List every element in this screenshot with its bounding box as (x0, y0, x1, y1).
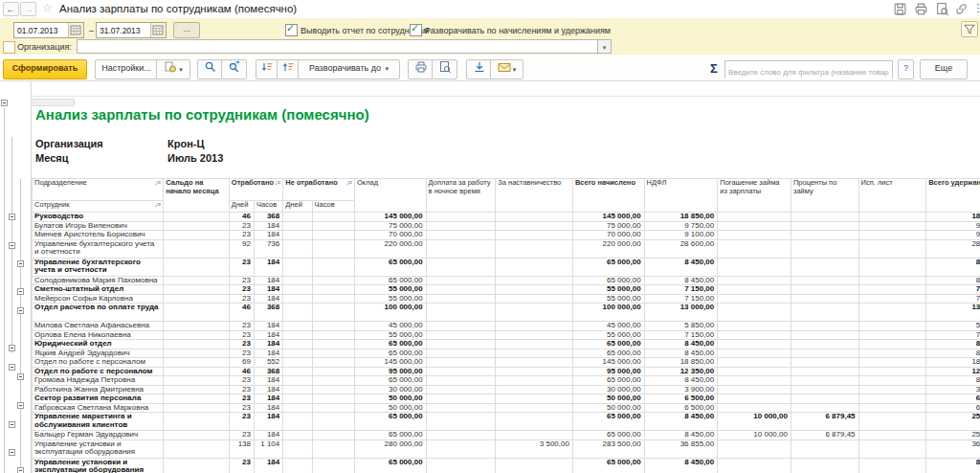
header-mentoring[interactable]: За наставничество (496, 179, 573, 213)
employee-row: Бальцер Герман Эдуардович2318465 000,006… (33, 431, 980, 440)
group-collapse-toggle[interactable] (17, 402, 24, 409)
group-collapse-toggle[interactable] (9, 421, 15, 428)
group-collapse-toggle[interactable] (17, 288, 24, 295)
header-writ[interactable]: Исп. лист (858, 179, 926, 213)
cell-proc (791, 294, 858, 304)
find-next-button[interactable] (221, 59, 247, 79)
header-not-worked-hours[interactable]: Часов (312, 201, 354, 213)
header-total-accrued[interactable]: Всего начислено (572, 179, 644, 213)
more-button[interactable]: Еще (920, 59, 968, 79)
collapse-groups-button[interactable] (256, 59, 278, 79)
more-actions-button[interactable]: ⋮ (969, 2, 980, 16)
get-link-button[interactable] (952, 2, 969, 16)
date-range-separator: – (89, 26, 94, 35)
expand-by-accruals-checkbox[interactable] (410, 24, 422, 36)
show-by-employees-checkbox[interactable] (285, 24, 298, 36)
cell-saldo (164, 294, 230, 304)
header-loan-interest[interactable]: Проценты по займу (791, 179, 858, 213)
organization-combobox[interactable] (77, 39, 598, 54)
cell-saldo (164, 213, 230, 222)
header-employee[interactable]: ↓≡ Сотрудник (33, 201, 164, 213)
cell-dop (426, 294, 496, 304)
report-variant-icon (164, 60, 177, 79)
header-worked[interactable]: ↓≡ Отработано (229, 179, 282, 201)
group-collapse-toggle[interactable] (1, 100, 8, 106)
chevron-down-icon: ▾ (603, 44, 607, 51)
header-salary[interactable]: Оклад (354, 179, 426, 213)
group-collapse-toggle[interactable] (9, 242, 15, 249)
cell-saldo (164, 367, 230, 376)
organization-dropdown-button[interactable]: ▾ (598, 39, 612, 54)
group-collapse-toggle[interactable] (17, 467, 24, 473)
date-from-field[interactable] (13, 22, 84, 38)
save-report-button[interactable] (466, 59, 492, 79)
filter-settings-button[interactable] (961, 21, 978, 37)
calendar-icon[interactable] (68, 23, 83, 37)
cell-pog: 10 000,00 (718, 413, 791, 431)
cell-od: 46 (229, 304, 254, 322)
group-collapse-toggle[interactable] (9, 449, 15, 456)
header-total-withheld[interactable]: Всего удержано (926, 179, 980, 213)
cell-oklad: 65 000,00 (354, 431, 426, 440)
cell-saldo (164, 358, 230, 368)
organization-checkbox[interactable] (3, 41, 15, 54)
cell-nd (283, 349, 312, 358)
find-button[interactable] (197, 59, 223, 79)
cell-isp (858, 322, 926, 331)
settings-button[interactable]: Настройки... (95, 59, 158, 79)
cell-ud: 8 450,00 (926, 340, 980, 349)
group-collapse-toggle[interactable] (17, 307, 24, 314)
cell-proc (791, 358, 858, 368)
cell-nach: 145 000,00 (572, 358, 644, 368)
cell-nach: 65 000,00 (572, 413, 644, 431)
save-button[interactable] (891, 2, 908, 16)
expand-to-button[interactable]: Разворачивать до ▾ (298, 59, 400, 79)
header-worked-days[interactable]: Дней (229, 201, 254, 213)
cell-saldo (164, 322, 230, 331)
header-loan-repayment[interactable]: Погашение займа из зарплаты (718, 179, 791, 213)
favorite-star-icon[interactable]: ☆ (42, 1, 53, 14)
cell-ud: 18 850,00 (926, 358, 980, 368)
header-night-bonus[interactable]: Доплата за работу в ночное время (426, 179, 496, 213)
header-not-worked[interactable]: ↓≡ Не отработано (283, 179, 355, 201)
org-label: Организация (35, 138, 103, 149)
print-preview-button[interactable] (933, 2, 950, 16)
report-variants-button[interactable]: ▾ (156, 59, 190, 79)
cell-proc (791, 458, 858, 473)
cell-ndfl: 28 600,00 (644, 239, 718, 258)
header-saldo[interactable]: Сальдо на начало месяца (164, 179, 230, 213)
group-collapse-toggle[interactable] (9, 214, 15, 220)
group-collapse-toggle[interactable] (9, 345, 15, 351)
group-collapse-toggle[interactable] (9, 364, 15, 371)
cell-dop (426, 358, 496, 368)
date-to-field[interactable] (96, 22, 167, 38)
send-mail-button[interactable]: ▾ (490, 59, 523, 79)
forward-button[interactable]: → (20, 2, 36, 16)
header-worked-hours[interactable]: Часов (255, 201, 283, 213)
group-collapse-toggle[interactable] (17, 260, 24, 267)
date-variants-button[interactable]: ... (173, 22, 200, 38)
group-row: Отдел по работе с персоналом4636895 000,… (33, 367, 980, 376)
header-ndfl[interactable]: НДФЛ (644, 179, 718, 213)
cell-oklad: 70 000,00 (354, 231, 426, 240)
header-not-worked-days[interactable]: Дней (283, 201, 312, 213)
print-button[interactable] (912, 2, 929, 16)
date-from-input[interactable] (14, 23, 69, 37)
cell-saldo (164, 394, 230, 404)
print-report-button[interactable] (408, 59, 434, 79)
date-to-input[interactable] (97, 23, 151, 37)
generate-button[interactable]: Сформировать (3, 59, 87, 79)
header-department[interactable]: ↓≡ Подразделение (33, 179, 164, 201)
quick-filter-input[interactable] (725, 65, 892, 79)
cell-oklad: 45 000,00 (354, 322, 426, 331)
cell-pog (718, 322, 791, 331)
group-collapse-toggle[interactable] (17, 373, 24, 380)
print-preview-report-button[interactable] (432, 59, 457, 79)
help-button[interactable]: ? (898, 59, 914, 79)
calendar-icon[interactable] (150, 23, 166, 37)
quick-filter-field[interactable] (724, 60, 893, 79)
expand-groups-button[interactable] (277, 59, 300, 79)
cell-nd (283, 340, 312, 349)
cell-proc (791, 213, 858, 222)
back-button[interactable]: ← (3, 2, 19, 16)
